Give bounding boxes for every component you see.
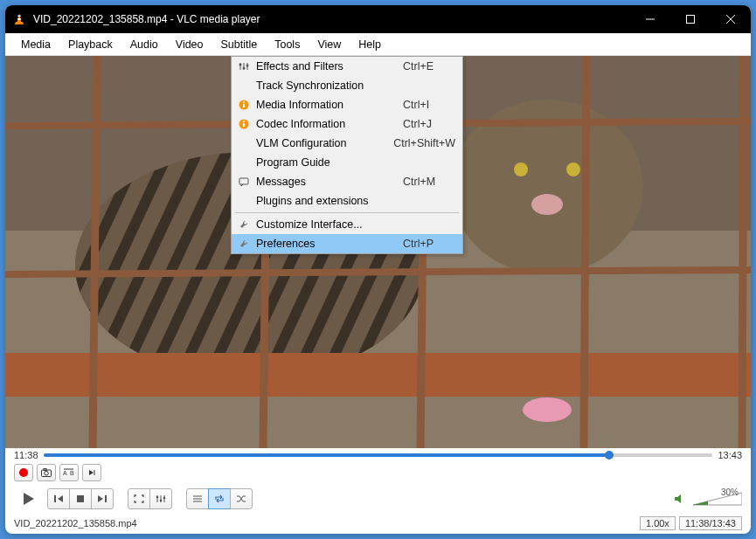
menu-track-sync[interactable]: Track Synchronization [232,76,462,95]
vlc-window: VID_20221202_135858.mp4 - VLC media play… [5,5,751,534]
menu-program-guide[interactable]: Program Guide [232,153,462,172]
menu-subtitle[interactable]: Subtitle [212,35,267,54]
svg-point-34 [243,101,245,103]
loop-button[interactable] [208,488,231,509]
svg-line-22 [742,56,744,448]
video-area[interactable]: Effects and Filters Ctrl+E Track Synchro… [5,56,751,448]
status-bar: VID_20221202_135858.mp4 1.00x 11:38/13:4… [5,515,751,534]
svg-rect-36 [243,123,245,127]
loop-icon [214,494,225,503]
extended-settings-button[interactable] [149,488,172,509]
menu-media-info[interactable]: Media Information Ctrl+I [232,95,462,114]
playlist-icon [192,494,203,503]
menu-vlm-config[interactable]: VLM Configuration Ctrl+Shift+W [232,134,462,153]
svg-point-52 [160,500,163,502]
tools-dropdown: Effects and Filters Ctrl+E Track Synchro… [231,56,463,254]
time-bar: 11:38 13:43 [5,448,751,462]
close-button[interactable] [711,5,751,33]
svg-point-53 [163,497,166,500]
svg-rect-3 [687,16,695,24]
svg-point-23 [523,397,572,422]
menu-tools[interactable]: Tools [266,35,309,54]
info-icon [235,119,253,129]
info-icon [235,100,253,110]
menu-audio[interactable]: Audio [121,35,167,54]
menu-effects-filters[interactable]: Effects and Filters Ctrl+E [232,57,462,76]
menu-view[interactable]: View [309,35,350,54]
minimize-button[interactable] [630,5,670,33]
loop-ab-button[interactable]: AB [59,464,79,481]
svg-text:A: A [63,470,67,476]
svg-rect-33 [243,104,245,107]
svg-point-40 [45,471,49,475]
titlebar: VID_20221202_135858.mp4 - VLC media play… [5,5,751,33]
camera-icon [41,468,52,477]
time-current[interactable]: 11:38 [14,450,38,460]
record-button[interactable] [14,464,33,481]
shuffle-icon [236,494,246,503]
svg-point-51 [156,496,159,499]
stop-button[interactable] [69,488,92,509]
svg-text:B: B [70,470,74,476]
speaker-icon[interactable] [674,493,688,505]
menu-codec-info[interactable]: Codec Information Ctrl+J [232,114,462,134]
fullscreen-button[interactable] [128,488,150,509]
maximize-button[interactable] [670,5,711,33]
record-icon [19,468,28,477]
svg-point-31 [246,65,249,67]
equalizer-icon [156,494,166,503]
svg-rect-1 [17,18,21,20]
svg-line-18 [93,56,97,448]
stop-icon [76,494,85,503]
svg-line-21 [584,56,586,448]
snapshot-button[interactable] [37,464,56,481]
seek-thumb[interactable] [605,451,614,460]
skip-forward-icon [97,494,108,503]
svg-point-13 [531,194,563,215]
volume-control: 30% [674,491,742,507]
menu-customize-interface[interactable]: Customize Interface... [232,215,462,234]
menu-help[interactable]: Help [350,35,390,54]
main-controls: 30% [5,483,751,515]
frame-step-icon [87,468,96,477]
menu-media[interactable]: Media [12,35,59,54]
svg-point-29 [239,64,242,66]
play-icon [21,491,37,507]
menubar: Media Playback Audio Video Subtitle Tool… [5,33,751,56]
status-time[interactable]: 11:38/13:43 [679,516,742,530]
ab-loop-icon: AB [63,468,75,477]
fullscreen-icon [134,494,144,503]
next-button[interactable] [91,488,114,509]
svg-rect-46 [77,495,84,502]
menu-preferences[interactable]: Preferences Ctrl+P [232,234,462,253]
menu-plugins[interactable]: Plugins and extensions [232,191,462,211]
svg-point-37 [243,121,245,122]
svg-point-11 [514,162,528,176]
time-total[interactable]: 13:43 [718,450,742,460]
playlist-button[interactable] [186,488,209,509]
svg-point-12 [566,162,580,176]
message-icon [235,176,253,187]
playback-speed[interactable]: 1.00x [640,516,676,530]
wrench-icon [235,219,253,230]
volume-percent: 30% [721,487,739,497]
menu-video[interactable]: Video [167,35,212,54]
seek-slider[interactable] [44,452,713,459]
svg-line-17 [5,270,751,274]
window-controls [630,5,751,33]
svg-rect-38 [239,178,248,184]
shuffle-button[interactable] [230,488,253,509]
frame-step-button[interactable] [82,464,101,481]
menu-playback[interactable]: Playback [59,35,121,54]
svg-rect-0 [17,16,20,17]
svg-point-30 [243,67,246,70]
volume-slider[interactable]: 30% [693,491,742,507]
previous-button[interactable] [47,488,70,509]
svg-rect-15 [5,353,751,397]
window-title: VID_20221202_135858.mp4 - VLC media play… [33,13,630,25]
menu-messages[interactable]: Messages Ctrl+M [232,172,462,191]
secondary-controls: AB [5,462,751,483]
play-button[interactable] [14,487,44,511]
vlc-cone-icon [12,12,26,26]
menu-separator [235,212,459,213]
